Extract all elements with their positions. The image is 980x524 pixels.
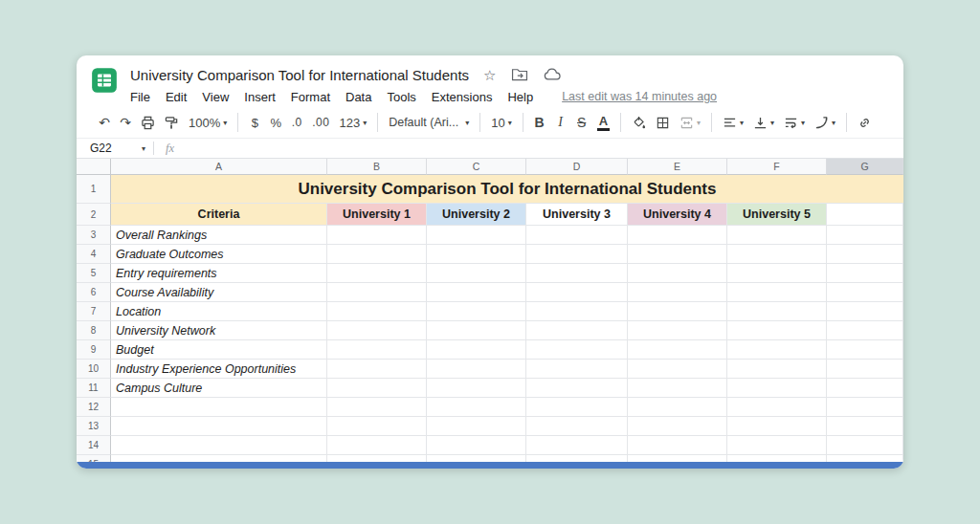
more-formats-button[interactable]: 123▾ bbox=[334, 111, 371, 134]
cell[interactable] bbox=[727, 226, 827, 245]
row-header-5[interactable]: 5 bbox=[77, 264, 111, 283]
last-edit-link[interactable]: Last edit was 14 minutes ago bbox=[562, 90, 717, 103]
menu-data[interactable]: Data bbox=[338, 88, 379, 106]
sheets-logo-icon[interactable] bbox=[90, 66, 119, 95]
menu-insert[interactable]: Insert bbox=[236, 88, 283, 106]
font-size-select[interactable]: 10▾ bbox=[486, 111, 516, 134]
cell-criterion-9[interactable]: Campus Culture bbox=[111, 379, 327, 398]
cell-criterion-4[interactable]: Course Availability bbox=[111, 283, 327, 302]
print-button[interactable] bbox=[136, 111, 160, 134]
cell[interactable] bbox=[827, 264, 903, 283]
column-header-e[interactable]: E bbox=[628, 159, 727, 175]
cell-criterion-3[interactable]: Entry requirements bbox=[111, 264, 327, 283]
format-percent-button[interactable]: % bbox=[265, 111, 286, 134]
cell-criterion-6[interactable]: University Network bbox=[111, 321, 327, 340]
cell[interactable] bbox=[526, 283, 628, 302]
cell[interactable] bbox=[727, 321, 827, 340]
cell[interactable] bbox=[827, 455, 903, 462]
cell[interactable] bbox=[827, 340, 903, 360]
italic-button[interactable]: I bbox=[550, 111, 571, 134]
row-header-13[interactable]: 13 bbox=[77, 417, 111, 436]
undo-button[interactable]: ↶ bbox=[94, 111, 115, 134]
cell[interactable] bbox=[327, 245, 427, 264]
cell[interactable] bbox=[526, 264, 628, 283]
text-rotation-button[interactable]: ▾ bbox=[810, 111, 840, 134]
insert-link-button[interactable] bbox=[853, 111, 877, 134]
menu-extensions[interactable]: Extensions bbox=[424, 88, 501, 106]
decrease-decimal-button[interactable]: .0 bbox=[286, 111, 307, 134]
menu-help[interactable]: Help bbox=[500, 88, 541, 106]
cell[interactable] bbox=[727, 436, 827, 455]
cell-criterion-1[interactable]: Overall Rankings bbox=[111, 226, 327, 245]
cell[interactable] bbox=[111, 398, 327, 417]
cell-university-1[interactable]: University 1 bbox=[327, 204, 427, 226]
cell[interactable] bbox=[327, 417, 427, 436]
vertical-align-button[interactable]: ▾ bbox=[748, 111, 779, 134]
row-header-2[interactable]: 2 bbox=[77, 204, 111, 226]
cell[interactable] bbox=[327, 264, 427, 283]
cell[interactable] bbox=[628, 417, 727, 436]
cell[interactable] bbox=[526, 436, 628, 455]
cell[interactable] bbox=[827, 436, 903, 455]
cell-criterion-2[interactable]: Graduate Outcomes bbox=[111, 245, 327, 264]
cell[interactable] bbox=[727, 283, 827, 302]
column-header-d[interactable]: D bbox=[526, 159, 628, 175]
cell-university-3[interactable]: University 3 bbox=[526, 204, 628, 226]
star-icon[interactable]: ☆ bbox=[483, 68, 496, 82]
cell[interactable] bbox=[727, 245, 827, 264]
cell-university-5[interactable]: University 5 bbox=[727, 204, 827, 226]
cell[interactable] bbox=[327, 436, 427, 455]
cell[interactable] bbox=[628, 245, 727, 264]
cell[interactable] bbox=[427, 245, 526, 264]
cell-university-4[interactable]: University 4 bbox=[628, 204, 727, 226]
cell[interactable] bbox=[111, 417, 327, 436]
row-header-11[interactable]: 11 bbox=[77, 379, 111, 398]
cell[interactable] bbox=[427, 283, 526, 302]
select-all-corner[interactable] bbox=[77, 159, 111, 175]
cell[interactable] bbox=[526, 398, 628, 417]
cell[interactable] bbox=[427, 302, 526, 321]
cell[interactable] bbox=[827, 398, 903, 417]
cell[interactable] bbox=[727, 264, 827, 283]
cell[interactable] bbox=[827, 204, 903, 226]
cell[interactable] bbox=[628, 302, 727, 321]
borders-button[interactable] bbox=[651, 111, 675, 134]
cell[interactable] bbox=[628, 436, 727, 455]
cell[interactable] bbox=[111, 436, 327, 455]
cell[interactable] bbox=[427, 360, 526, 379]
cell[interactable] bbox=[526, 226, 628, 245]
cell[interactable] bbox=[827, 417, 903, 436]
column-header-b[interactable]: B bbox=[327, 159, 427, 175]
font-select[interactable]: Default (Ari...▾ bbox=[384, 111, 474, 134]
cell[interactable] bbox=[327, 283, 427, 302]
cell[interactable] bbox=[628, 455, 727, 462]
cell[interactable] bbox=[427, 264, 526, 283]
cell-criterion-8[interactable]: Industry Experience Opportunities bbox=[111, 360, 327, 379]
cell[interactable] bbox=[427, 226, 526, 245]
row-header-8[interactable]: 8 bbox=[77, 321, 111, 340]
menu-format[interactable]: Format bbox=[283, 88, 338, 106]
cell[interactable] bbox=[727, 340, 827, 360]
document-title[interactable]: University Comparison Tool for Internati… bbox=[130, 67, 469, 83]
cell-criterion-5[interactable]: Location bbox=[111, 302, 327, 321]
cell[interactable] bbox=[427, 455, 526, 462]
cell[interactable] bbox=[827, 360, 903, 379]
cell[interactable] bbox=[727, 360, 827, 379]
column-header-a[interactable]: A bbox=[111, 159, 327, 175]
row-header-3[interactable]: 3 bbox=[77, 226, 111, 245]
menu-file[interactable]: File bbox=[122, 88, 158, 106]
format-currency-button[interactable]: $ bbox=[244, 111, 265, 134]
cell[interactable] bbox=[628, 283, 727, 302]
row-header-10[interactable]: 10 bbox=[77, 360, 111, 379]
formula-input[interactable] bbox=[186, 139, 903, 158]
cell[interactable] bbox=[628, 264, 727, 283]
cell[interactable] bbox=[526, 321, 628, 340]
increase-decimal-button[interactable]: .00 bbox=[307, 111, 334, 134]
cell[interactable] bbox=[827, 379, 903, 398]
cell-criterion-7[interactable]: Budget bbox=[111, 340, 327, 360]
redo-button[interactable]: ↷ bbox=[115, 111, 136, 134]
cell[interactable] bbox=[327, 360, 427, 379]
cell[interactable] bbox=[327, 379, 427, 398]
cell[interactable] bbox=[628, 379, 727, 398]
cell[interactable] bbox=[327, 340, 427, 360]
